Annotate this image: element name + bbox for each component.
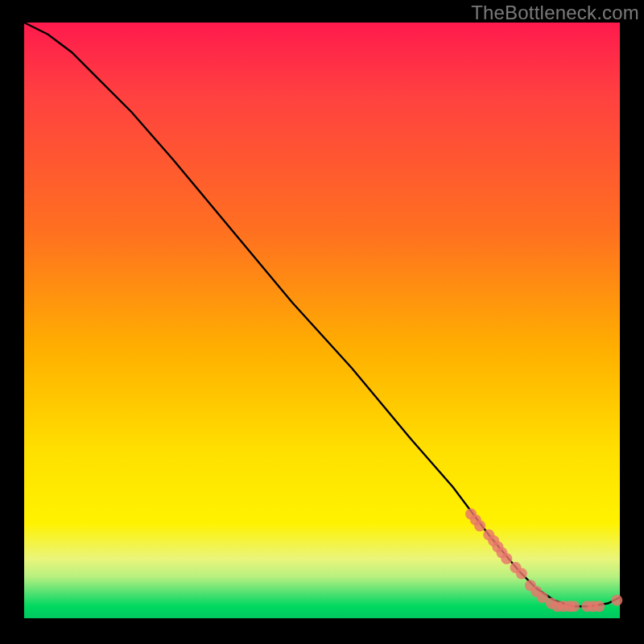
scatter-point — [474, 520, 485, 531]
plot-area — [24, 23, 620, 618]
bottleneck-curve — [24, 23, 620, 606]
scatter-point — [593, 601, 605, 612]
scatter-point — [611, 595, 622, 606]
scatter-points — [465, 509, 622, 613]
scatter-point — [568, 601, 580, 612]
chart-frame: TheBottleneck.com — [0, 0, 644, 644]
scatter-point — [516, 568, 527, 580]
scatter-point — [501, 553, 512, 564]
watermark-text: TheBottleneck.com — [471, 2, 639, 24]
chart-svg — [24, 23, 620, 618]
